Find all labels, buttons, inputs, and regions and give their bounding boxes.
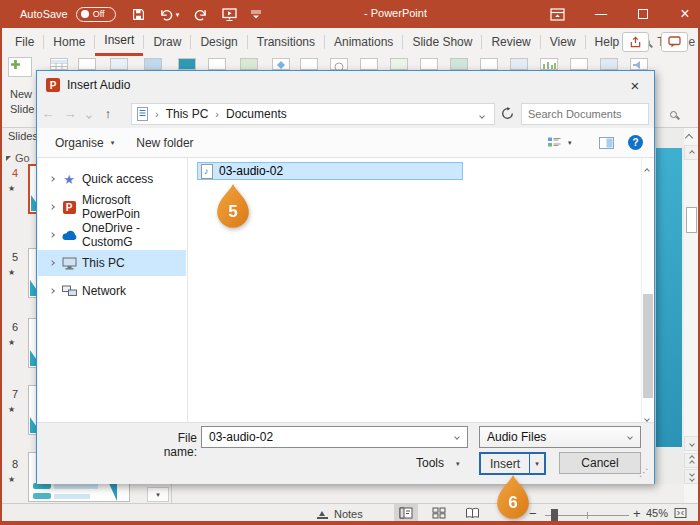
start-slideshow-button[interactable] (222, 8, 237, 21)
cancel-button[interactable]: Cancel (559, 452, 641, 474)
ribbon-display-options-button[interactable] (540, 0, 574, 28)
share-button[interactable] (622, 32, 649, 52)
tab-design[interactable]: Design (191, 28, 246, 56)
customize-quick-access-button[interactable] (251, 10, 261, 19)
ribbon-button-partial[interactable] (390, 58, 408, 70)
minimize-button[interactable]: — (584, 0, 618, 28)
close-button[interactable]: × (668, 0, 700, 28)
tab-draw[interactable]: Draw (144, 28, 190, 56)
ribbon-button-partial[interactable] (300, 58, 318, 70)
search-input[interactable] (522, 108, 670, 120)
ribbon-media-button[interactable] (630, 58, 648, 70)
insert-split-button[interactable]: Insert ▾ (479, 452, 546, 475)
tools-menu-button[interactable]: Tools▾ (416, 456, 460, 470)
ribbon-button-partial[interactable] (208, 58, 226, 70)
ribbon-shapes-button[interactable] (272, 58, 290, 70)
ribbon-button-partial[interactable] (240, 58, 258, 70)
forward-button[interactable]: → (59, 106, 81, 121)
refresh-button[interactable] (501, 107, 514, 123)
ribbon-chart-button[interactable] (450, 58, 468, 70)
file-name-combobox[interactable] (201, 426, 468, 448)
ribbon-pictures-button[interactable] (144, 58, 162, 70)
animation-star-icon[interactable]: ★ (8, 268, 15, 277)
sidebar-item-quick-access[interactable]: ★ Quick access (38, 166, 186, 192)
expand-chevron-icon[interactable] (49, 176, 55, 182)
animation-star-icon[interactable]: ★ (8, 475, 15, 484)
recent-locations-icon[interactable] (87, 107, 91, 121)
fit-to-window-button[interactable] (674, 507, 687, 521)
expand-chevron-icon[interactable] (49, 260, 55, 266)
ribbon-button-partial[interactable] (360, 58, 378, 70)
resize-grip[interactable]: ⋰ (639, 467, 649, 478)
ribbon-table-button[interactable] (50, 58, 68, 70)
combo-dropdown-icon[interactable] (627, 434, 633, 440)
tab-file[interactable]: File (6, 28, 43, 56)
ribbon-button-partial[interactable] (600, 58, 618, 70)
dialog-close-button[interactable]: × (622, 74, 648, 96)
ribbon-button-partial[interactable] (510, 58, 528, 70)
ribbon-button-partial[interactable] (330, 58, 348, 70)
slide-sorter-button[interactable] (427, 504, 451, 522)
change-view-button[interactable]: ▾ (547, 136, 572, 149)
help-button[interactable]: ? (628, 135, 643, 150)
file-item-selected[interactable]: ♪ 03-audio-02 (197, 162, 463, 180)
animation-star-icon[interactable]: ★ (8, 405, 15, 414)
undo-dropdown-icon[interactable]: ▾ (176, 11, 180, 18)
list-scrollbar-thumb[interactable] (643, 294, 653, 398)
tab-transitions[interactable]: Transitions (248, 28, 324, 56)
preview-pane-button[interactable] (599, 137, 614, 152)
scrollbar-thumb[interactable] (686, 207, 697, 233)
combo-dropdown-icon[interactable] (454, 434, 460, 440)
breadcrumb[interactable]: › This PC › Documents (131, 103, 495, 125)
file-list-scrollbar[interactable] (641, 158, 654, 422)
expand-chevron-icon[interactable] (49, 204, 55, 210)
expand-chevron-icon[interactable] (49, 288, 55, 294)
previous-slide-button[interactable] (684, 453, 699, 468)
tab-insert[interactable]: Insert (95, 28, 143, 56)
new-slide-label-1[interactable]: New (10, 88, 32, 100)
back-button[interactable]: ← (37, 106, 59, 121)
address-dropdown-icon[interactable] (480, 107, 484, 121)
insert-dropdown-button[interactable]: ▾ (529, 454, 544, 473)
list-scroll-up-icon[interactable] (645, 162, 649, 176)
new-slide-label-2[interactable]: Slide (10, 103, 34, 115)
vertical-scrollbar[interactable] (684, 128, 699, 503)
autosave-toggle[interactable]: Off (76, 7, 116, 22)
tab-home[interactable]: Home (44, 28, 94, 56)
scroll-down-button[interactable] (684, 436, 699, 451)
dialog-title-bar[interactable]: P Insert Audio × (37, 71, 654, 99)
notes-toggle[interactable]: Notes (317, 508, 363, 520)
tab-review[interactable]: Review (482, 28, 539, 56)
breadcrumb-documents[interactable]: Documents (226, 107, 287, 121)
ribbon-button-partial[interactable] (420, 58, 438, 70)
tab-view[interactable]: View (541, 28, 585, 56)
redo-button[interactable] (193, 8, 208, 21)
animation-star-icon[interactable]: ★ (8, 184, 15, 193)
new-folder-button[interactable]: New folder (136, 136, 193, 150)
scroll-up-button[interactable] (684, 145, 699, 160)
insert-button[interactable]: Insert (481, 454, 529, 473)
tab-animations[interactable]: Animations (325, 28, 402, 56)
sidebar-item-network[interactable]: Network (38, 278, 186, 304)
zoom-level[interactable]: 45% (646, 507, 668, 519)
next-slide-button[interactable] (684, 469, 699, 484)
sidebar-item-microsoft-powerpoint[interactable]: P Microsoft PowerPoin (38, 194, 186, 220)
thumbnail-pane-collapse-button[interactable]: ▾ (147, 487, 169, 502)
save-button[interactable] (132, 8, 145, 21)
normal-view-button[interactable] (394, 504, 418, 522)
new-slide-icon[interactable] (8, 57, 32, 77)
ribbon-button-partial[interactable] (570, 58, 588, 70)
section-header[interactable]: Go (6, 152, 30, 164)
undo-button[interactable]: ▾ (159, 8, 180, 21)
comments-button[interactable] (661, 32, 688, 52)
expand-chevron-icon[interactable] (49, 232, 55, 238)
ribbon-button-partial[interactable] (178, 58, 196, 70)
breadcrumb-this-pc[interactable]: This PC (166, 107, 209, 121)
search-box[interactable] (521, 103, 649, 125)
collapse-ribbon-icon[interactable] (686, 130, 692, 144)
sidebar-item-this-pc[interactable]: This PC (38, 250, 186, 276)
ribbon-button-partial[interactable] (78, 58, 96, 70)
sidebar-item-onedrive[interactable]: OneDrive - CustomG (38, 222, 186, 248)
up-button[interactable]: ↑ (97, 106, 119, 121)
zoom-in-button[interactable]: + (633, 506, 641, 521)
